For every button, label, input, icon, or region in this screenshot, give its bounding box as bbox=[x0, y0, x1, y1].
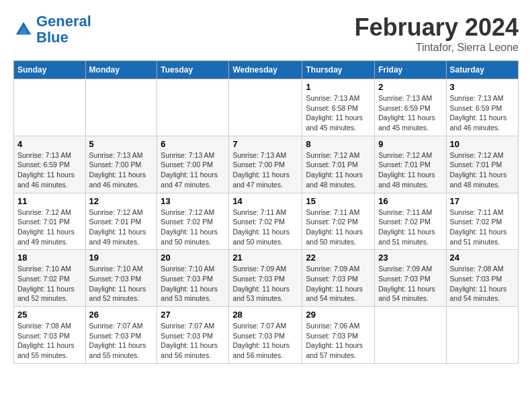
calendar-cell: 21Sunrise: 7:09 AM Sunset: 7:03 PM Dayli… bbox=[229, 250, 302, 307]
calendar-cell: 18Sunrise: 7:10 AM Sunset: 7:02 PM Dayli… bbox=[14, 250, 86, 307]
calendar-cell: 22Sunrise: 7:09 AM Sunset: 7:03 PM Dayli… bbox=[302, 250, 375, 307]
day-info: Sunrise: 7:10 AM Sunset: 7:02 PM Dayligh… bbox=[17, 264, 82, 304]
calendar-cell: 12Sunrise: 7:12 AM Sunset: 7:01 PM Dayli… bbox=[85, 193, 157, 250]
day-info: Sunrise: 7:06 AM Sunset: 7:03 PM Dayligh… bbox=[306, 321, 371, 361]
day-number: 11 bbox=[17, 196, 82, 206]
calendar-week-5: 25Sunrise: 7:08 AM Sunset: 7:03 PM Dayli… bbox=[14, 307, 519, 364]
day-number: 8 bbox=[306, 139, 371, 149]
day-number: 7 bbox=[232, 139, 298, 149]
day-number: 24 bbox=[450, 253, 515, 263]
calendar-week-4: 18Sunrise: 7:10 AM Sunset: 7:02 PM Dayli… bbox=[14, 250, 519, 307]
col-header-friday: Friday bbox=[375, 61, 446, 79]
day-number: 15 bbox=[306, 196, 371, 206]
col-header-monday: Monday bbox=[85, 61, 157, 79]
day-info: Sunrise: 7:09 AM Sunset: 7:03 PM Dayligh… bbox=[306, 264, 371, 304]
calendar-cell: 4Sunrise: 7:13 AM Sunset: 6:59 PM Daylig… bbox=[14, 136, 86, 193]
calendar-cell bbox=[446, 307, 519, 364]
day-info: Sunrise: 7:11 AM Sunset: 7:02 PM Dayligh… bbox=[306, 208, 371, 247]
day-info: Sunrise: 7:10 AM Sunset: 7:03 PM Dayligh… bbox=[89, 264, 154, 304]
day-number: 17 bbox=[450, 196, 515, 206]
day-info: Sunrise: 7:12 AM Sunset: 7:02 PM Dayligh… bbox=[161, 208, 225, 247]
day-number: 2 bbox=[378, 82, 442, 92]
day-info: Sunrise: 7:12 AM Sunset: 7:01 PM Dayligh… bbox=[306, 150, 371, 190]
calendar-cell: 25Sunrise: 7:08 AM Sunset: 7:03 PM Dayli… bbox=[14, 307, 86, 364]
day-info: Sunrise: 7:11 AM Sunset: 7:02 PM Dayligh… bbox=[232, 208, 298, 247]
calendar-cell: 5Sunrise: 7:13 AM Sunset: 7:00 PM Daylig… bbox=[85, 136, 157, 193]
calendar-cell: 6Sunrise: 7:13 AM Sunset: 7:00 PM Daylig… bbox=[157, 136, 229, 193]
calendar-cell: 14Sunrise: 7:11 AM Sunset: 7:02 PM Dayli… bbox=[229, 193, 302, 250]
day-info: Sunrise: 7:13 AM Sunset: 6:59 PM Dayligh… bbox=[17, 150, 82, 190]
calendar-cell bbox=[14, 79, 86, 136]
day-number: 5 bbox=[89, 139, 154, 149]
calendar-cell: 10Sunrise: 7:12 AM Sunset: 7:01 PM Dayli… bbox=[446, 136, 519, 193]
day-number: 12 bbox=[89, 196, 154, 206]
day-info: Sunrise: 7:08 AM Sunset: 7:03 PM Dayligh… bbox=[17, 321, 82, 361]
day-info: Sunrise: 7:12 AM Sunset: 7:01 PM Dayligh… bbox=[89, 208, 154, 247]
day-number: 19 bbox=[89, 253, 154, 263]
calendar-cell bbox=[85, 79, 157, 136]
calendar-cell: 27Sunrise: 7:07 AM Sunset: 7:03 PM Dayli… bbox=[157, 307, 229, 364]
day-number: 18 bbox=[17, 253, 82, 263]
day-number: 27 bbox=[161, 310, 225, 320]
day-number: 3 bbox=[450, 82, 515, 92]
day-number: 26 bbox=[89, 310, 154, 320]
calendar-cell: 7Sunrise: 7:13 AM Sunset: 7:00 PM Daylig… bbox=[229, 136, 302, 193]
calendar-cell bbox=[229, 79, 302, 136]
calendar-cell: 15Sunrise: 7:11 AM Sunset: 7:02 PM Dayli… bbox=[302, 193, 375, 250]
col-header-saturday: Saturday bbox=[446, 61, 519, 79]
day-number: 28 bbox=[232, 310, 298, 320]
calendar-cell: 29Sunrise: 7:06 AM Sunset: 7:03 PM Dayli… bbox=[302, 307, 375, 364]
calendar-cell: 2Sunrise: 7:13 AM Sunset: 6:59 PM Daylig… bbox=[375, 79, 446, 136]
day-number: 20 bbox=[161, 253, 225, 263]
day-number: 22 bbox=[306, 253, 371, 263]
day-info: Sunrise: 7:13 AM Sunset: 7:00 PM Dayligh… bbox=[161, 150, 225, 190]
day-info: Sunrise: 7:11 AM Sunset: 7:02 PM Dayligh… bbox=[450, 208, 515, 247]
day-number: 10 bbox=[450, 139, 515, 149]
calendar-cell: 3Sunrise: 7:13 AM Sunset: 6:59 PM Daylig… bbox=[446, 79, 519, 136]
day-number: 1 bbox=[306, 82, 371, 92]
day-number: 23 bbox=[378, 253, 442, 263]
day-info: Sunrise: 7:08 AM Sunset: 7:03 PM Dayligh… bbox=[450, 264, 515, 304]
day-info: Sunrise: 7:10 AM Sunset: 7:03 PM Dayligh… bbox=[161, 264, 225, 304]
day-info: Sunrise: 7:07 AM Sunset: 7:03 PM Dayligh… bbox=[161, 321, 225, 361]
day-info: Sunrise: 7:07 AM Sunset: 7:03 PM Dayligh… bbox=[89, 321, 154, 361]
calendar-cell: 23Sunrise: 7:09 AM Sunset: 7:03 PM Dayli… bbox=[375, 250, 446, 307]
col-header-thursday: Thursday bbox=[302, 61, 375, 79]
day-info: Sunrise: 7:09 AM Sunset: 7:03 PM Dayligh… bbox=[378, 264, 442, 304]
calendar-cell: 16Sunrise: 7:11 AM Sunset: 7:02 PM Dayli… bbox=[375, 193, 446, 250]
col-header-tuesday: Tuesday bbox=[157, 61, 229, 79]
calendar-cell: 8Sunrise: 7:12 AM Sunset: 7:01 PM Daylig… bbox=[302, 136, 375, 193]
calendar-cell: 9Sunrise: 7:12 AM Sunset: 7:01 PM Daylig… bbox=[375, 136, 446, 193]
calendar-cell: 1Sunrise: 7:13 AM Sunset: 6:58 PM Daylig… bbox=[302, 79, 375, 136]
calendar-cell: 26Sunrise: 7:07 AM Sunset: 7:03 PM Dayli… bbox=[85, 307, 157, 364]
calendar-cell bbox=[157, 79, 229, 136]
day-info: Sunrise: 7:13 AM Sunset: 6:59 PM Dayligh… bbox=[378, 93, 442, 133]
day-number: 25 bbox=[17, 310, 82, 320]
calendar-week-1: 1Sunrise: 7:13 AM Sunset: 6:58 PM Daylig… bbox=[14, 79, 519, 136]
day-number: 13 bbox=[161, 196, 225, 206]
location: Tintafor, Sierra Leone bbox=[355, 42, 519, 54]
day-info: Sunrise: 7:12 AM Sunset: 7:01 PM Dayligh… bbox=[378, 150, 442, 190]
calendar-cell: 24Sunrise: 7:08 AM Sunset: 7:03 PM Dayli… bbox=[446, 250, 519, 307]
calendar-cell bbox=[375, 307, 446, 364]
calendar-cell: 20Sunrise: 7:10 AM Sunset: 7:03 PM Dayli… bbox=[157, 250, 229, 307]
day-number: 4 bbox=[17, 139, 82, 149]
logo-blue: Blue bbox=[36, 29, 69, 46]
calendar-cell: 28Sunrise: 7:07 AM Sunset: 7:03 PM Dayli… bbox=[229, 307, 302, 364]
day-info: Sunrise: 7:13 AM Sunset: 6:59 PM Dayligh… bbox=[450, 93, 515, 133]
logo: General Blue bbox=[13, 13, 91, 46]
day-number: 16 bbox=[378, 196, 442, 206]
calendar-cell: 11Sunrise: 7:12 AM Sunset: 7:01 PM Dayli… bbox=[14, 193, 86, 250]
logo-general: General bbox=[36, 13, 91, 30]
day-info: Sunrise: 7:12 AM Sunset: 7:01 PM Dayligh… bbox=[17, 208, 82, 247]
calendar-table: SundayMondayTuesdayWednesdayThursdayFrid… bbox=[13, 60, 519, 364]
day-info: Sunrise: 7:11 AM Sunset: 7:02 PM Dayligh… bbox=[378, 208, 442, 247]
day-info: Sunrise: 7:12 AM Sunset: 7:01 PM Dayligh… bbox=[450, 150, 515, 190]
calendar-header-row: SundayMondayTuesdayWednesdayThursdayFrid… bbox=[14, 61, 519, 79]
month-title: February 2024 bbox=[355, 13, 519, 42]
day-info: Sunrise: 7:07 AM Sunset: 7:03 PM Dayligh… bbox=[232, 321, 298, 361]
day-info: Sunrise: 7:13 AM Sunset: 7:00 PM Dayligh… bbox=[89, 150, 154, 190]
day-info: Sunrise: 7:09 AM Sunset: 7:03 PM Dayligh… bbox=[232, 264, 298, 304]
day-info: Sunrise: 7:13 AM Sunset: 7:00 PM Dayligh… bbox=[232, 150, 298, 190]
col-header-sunday: Sunday bbox=[14, 61, 86, 79]
